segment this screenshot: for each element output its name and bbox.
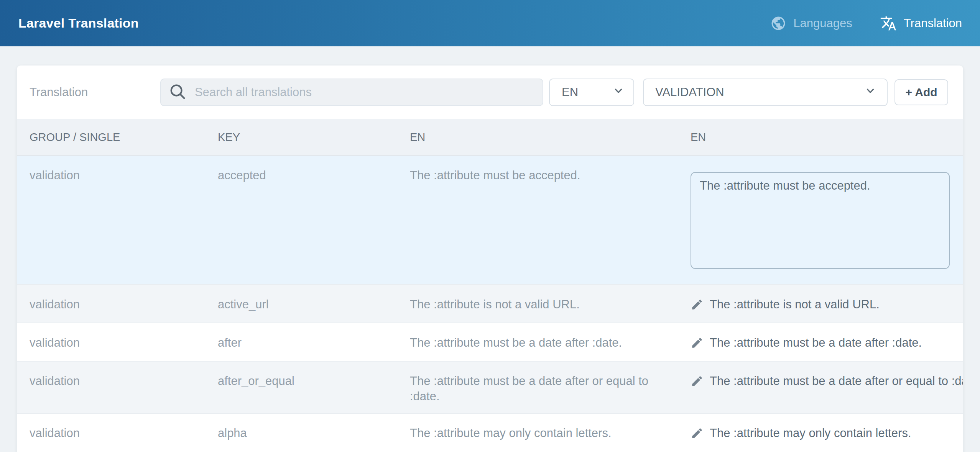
group-select-value: VALIDATION <box>655 85 724 99</box>
search-box <box>160 79 543 106</box>
translation-text: The :attribute is not a valid URL. <box>710 297 880 312</box>
search-input[interactable] <box>195 81 535 104</box>
panel-title: Translation <box>30 85 160 99</box>
header-target-locale: EN <box>691 131 963 144</box>
globe-icon <box>770 15 786 31</box>
table-row[interactable]: validation active_url The :attribute is … <box>17 284 963 323</box>
cell-key: active_url <box>218 285 410 312</box>
table-row[interactable]: validation alpha The :attribute may only… <box>17 413 963 452</box>
nav-link-label: Translation <box>904 16 962 30</box>
translation-text: The :attribute must be a date after or e… <box>710 373 963 389</box>
translation-text: The :attribute must be a date after :dat… <box>710 335 922 350</box>
cell-key: after_or_equal <box>218 362 410 389</box>
nav-links: Languages Translation <box>770 15 962 32</box>
cell-translation[interactable]: The :attribute is not a valid URL. <box>691 285 963 315</box>
header-source-locale: EN <box>410 131 691 144</box>
group-select[interactable]: VALIDATION <box>643 79 888 106</box>
cell-translation[interactable]: The :attribute must be a date after :dat… <box>691 323 963 353</box>
nav-link-label: Languages <box>793 16 852 30</box>
language-select[interactable]: EN <box>549 79 634 106</box>
cell-translation-edit: The :attribute must be accepted. <box>691 156 963 269</box>
cell-group: validation <box>17 323 218 350</box>
translation-text: The :attribute may only contain letters. <box>710 426 911 441</box>
cell-group: validation <box>17 156 218 183</box>
toolbar: Translation EN VALIDATION + Add <box>17 66 963 119</box>
header-group-single: GROUP / SINGLE <box>17 131 218 144</box>
cell-group: validation <box>17 285 218 312</box>
nav-link-languages[interactable]: Languages <box>770 15 852 31</box>
table-row[interactable]: validation after_or_equal The :attribute… <box>17 361 963 413</box>
cell-translation[interactable]: The :attribute may only contain letters. <box>691 414 963 444</box>
cell-key: after <box>218 323 410 350</box>
cell-key: alpha <box>218 414 410 441</box>
cell-translation[interactable]: The :attribute must be a date after or e… <box>691 362 963 391</box>
navbar: Laravel Translation Languages Translatio… <box>0 0 980 46</box>
search-icon <box>169 83 186 102</box>
translation-panel: Translation EN VALIDATION + Add GROUP / … <box>17 66 963 452</box>
table-header-row: GROUP / SINGLE KEY EN EN <box>17 119 963 156</box>
chevron-down-icon <box>865 85 876 100</box>
chevron-down-icon <box>613 85 624 100</box>
edit-pencil-icon <box>691 298 704 315</box>
header-key: KEY <box>218 131 410 144</box>
add-button[interactable]: + Add <box>894 79 948 105</box>
cell-group: validation <box>17 414 218 441</box>
cell-source-text: The :attribute must be accepted. <box>410 156 691 183</box>
table-row[interactable]: validation after The :attribute must be … <box>17 323 963 361</box>
edit-pencil-icon <box>691 375 704 391</box>
cell-source-text: The :attribute is not a valid URL. <box>410 285 691 312</box>
app-title: Laravel Translation <box>18 16 139 31</box>
edit-pencil-icon <box>691 427 704 444</box>
language-select-value: EN <box>562 85 578 99</box>
translation-textarea[interactable]: The :attribute must be accepted. <box>691 172 950 269</box>
translate-icon <box>880 15 897 32</box>
cell-source-text: The :attribute must be a date after :dat… <box>410 323 691 350</box>
nav-link-translation[interactable]: Translation <box>880 15 962 32</box>
cell-key: accepted <box>218 156 410 183</box>
cell-source-text: The :attribute may only contain letters. <box>410 414 691 441</box>
cell-group: validation <box>17 362 218 389</box>
cell-source-text: The :attribute must be a date after or e… <box>410 362 691 404</box>
edit-pencil-icon <box>691 336 704 353</box>
table-row[interactable]: validation accepted The :attribute must … <box>17 156 963 284</box>
